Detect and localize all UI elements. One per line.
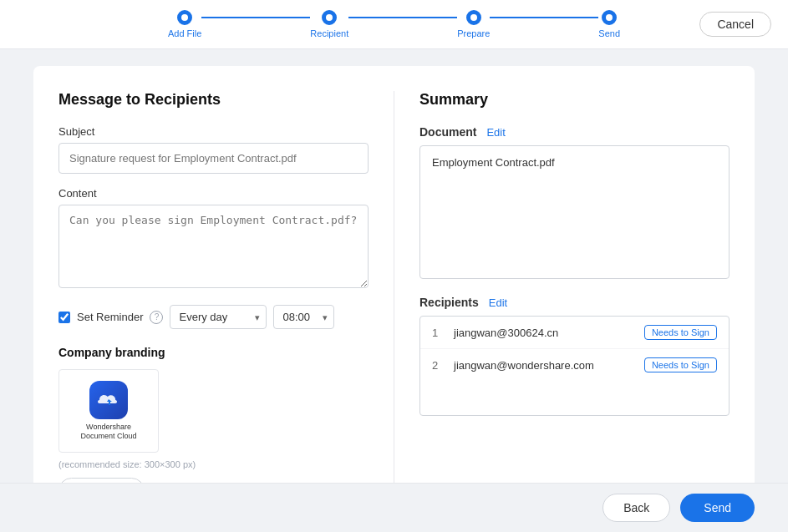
content-label: Content	[58, 187, 369, 200]
step-1-label: Add File	[168, 28, 201, 38]
company-branding-title: Company branding	[58, 346, 369, 359]
step-1-circle	[177, 10, 192, 25]
frequency-select[interactable]: Every day Every 2 days Every week	[170, 305, 267, 329]
recipient-row: 1 jiangwan@300624.cn Needs to Sign	[420, 317, 729, 349]
recipient-2-num: 2	[432, 359, 445, 372]
brand-logo	[89, 381, 128, 419]
recipients-section-label: Recipients	[419, 296, 479, 309]
recipients-box: 1 jiangwan@300624.cn Needs to Sign 2 jia…	[419, 316, 730, 416]
frequency-select-wrapper: Every day Every 2 days Every week	[170, 305, 267, 329]
step-2-label: Recipient	[310, 28, 348, 38]
step-3-circle	[466, 10, 481, 25]
recipient-1-num: 1	[432, 327, 445, 339]
message-panel-title: Message to Recipients	[58, 91, 369, 109]
reminder-label: Set Reminder	[77, 311, 143, 323]
main-content: Message to Recipients Subject Content Se…	[0, 49, 788, 532]
step-line-1	[201, 17, 310, 18]
recipients-edit-link[interactable]: Edit	[489, 296, 507, 309]
step-4-circle	[602, 10, 617, 25]
send-button[interactable]: Send	[680, 494, 755, 522]
recipient-1-badge: Needs to Sign	[644, 325, 717, 340]
time-select[interactable]: 08:00 09:00 10:00	[273, 305, 334, 329]
reminder-checkbox[interactable]	[58, 312, 70, 323]
document-section-label: Document	[419, 125, 476, 139]
step-line-3	[490, 17, 598, 18]
time-select-wrapper: 08:00 09:00 10:00	[273, 305, 334, 329]
subject-input[interactable]	[58, 143, 369, 174]
step-add-file: Add File	[168, 10, 201, 38]
cloud-icon	[98, 392, 119, 408]
right-panel: Summary Document Edit Employment Contrac…	[419, 91, 730, 504]
cancel-button[interactable]: Cancel	[699, 12, 771, 37]
recipient-row: 2 jiangwan@wondershare.com Needs to Sign	[420, 349, 729, 381]
step-send: Send	[598, 10, 620, 38]
document-box: Employment Contract.pdf	[419, 145, 730, 279]
recipient-1-email: jiangwan@300624.cn	[454, 327, 636, 339]
back-button[interactable]: Back	[602, 494, 670, 522]
step-3-label: Prepare	[457, 28, 490, 38]
branding-box: Wondershare Document Cloud	[58, 369, 159, 453]
step-4-label: Send	[598, 28, 620, 38]
recipient-2-email: jiangwan@wondershare.com	[454, 359, 636, 372]
help-icon[interactable]: ?	[150, 311, 163, 324]
document-edit-link[interactable]: Edit	[486, 126, 505, 139]
brand-name: Wondershare Document Cloud	[80, 423, 136, 441]
document-section-header: Document Edit	[419, 125, 730, 139]
recommended-size-text: (recommended size: 300×300 px)	[58, 459, 369, 469]
top-bar: Add File Recipient Prepare Send Cancel	[0, 0, 788, 49]
step-prepare: Prepare	[457, 10, 490, 38]
recipients-section-header: Recipients Edit	[419, 296, 730, 309]
step-line-2	[348, 17, 457, 18]
summary-title: Summary	[419, 91, 730, 109]
left-panel: Message to Recipients Subject Content Se…	[58, 91, 394, 504]
bottom-bar: Back Send	[0, 483, 788, 532]
step-2-circle	[322, 10, 337, 25]
step-recipient: Recipient	[310, 10, 348, 38]
document-name: Employment Contract.pdf	[432, 156, 717, 169]
steps-row: Add File Recipient Prepare Send	[168, 10, 620, 38]
reminder-row: Set Reminder ? Every day Every 2 days Ev…	[58, 305, 369, 329]
content-textarea[interactable]	[58, 205, 369, 288]
main-card: Message to Recipients Subject Content Se…	[33, 66, 755, 529]
recipient-2-badge: Needs to Sign	[644, 357, 717, 372]
subject-label: Subject	[58, 125, 369, 138]
